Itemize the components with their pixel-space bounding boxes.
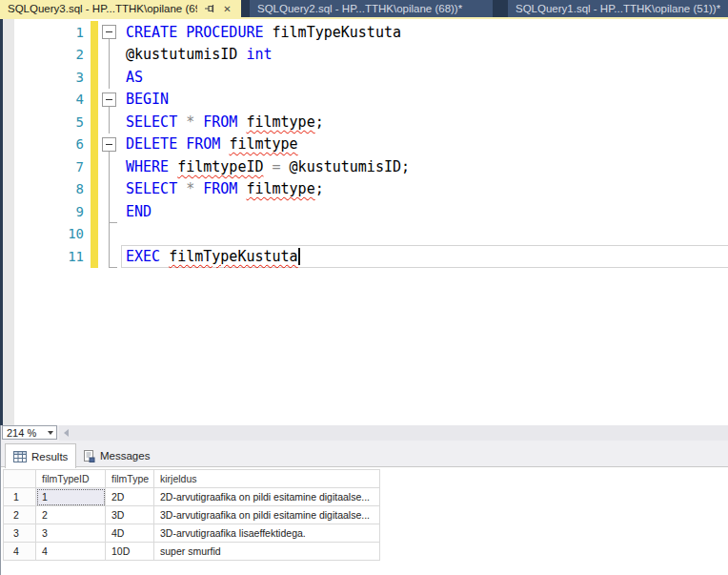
line-number: 10 (0, 226, 84, 241)
code-text: @kustutumisID int (124, 46, 273, 63)
outlining-margin (98, 89, 124, 112)
horizontal-scrollbar[interactable] (59, 425, 728, 441)
document-tab-label: SQLQuery3.sql - HP...TTHK\opilane (69))* (8, 3, 197, 14)
grid-row-header[interactable]: 4 (4, 543, 36, 561)
grid-corner-cell[interactable] (4, 470, 36, 488)
line-number: 6 (0, 136, 84, 152)
code-lines: 1CREATE PROCEDURE filmTypeKustuta2@kustu… (0, 21, 728, 268)
code-line[interactable]: 2@kustutumisID int (0, 44, 728, 67)
tab-results[interactable]: Results (5, 443, 76, 468)
grid-row-header[interactable]: 1 (4, 488, 36, 506)
grid-column-header[interactable]: kirjeldus (154, 470, 380, 488)
code-line[interactable]: 6DELETE FROM filmtype (0, 133, 728, 156)
table-row: 223D3D-arvutigraafika on pildi esitamine… (4, 506, 380, 524)
code-text: AS (124, 69, 143, 86)
zoom-level-dropdown[interactable]: 214 % (2, 425, 57, 440)
change-tracking-bar (91, 111, 98, 133)
code-text: SELECT * FROM filmtype; (124, 180, 324, 197)
code-text: WHERE filmtypeID = @kustutumisID; (124, 158, 410, 175)
grid-cell[interactable]: 3 (36, 524, 106, 543)
scroll-left-arrow-icon[interactable] (64, 429, 69, 437)
code-line[interactable]: 3AS (0, 66, 728, 89)
code-line[interactable]: 1CREATE PROCEDURE filmTypeKustuta (0, 21, 728, 44)
change-tracking-bar (91, 21, 98, 44)
results-grid: filmTypeIDfilmTypekirjeldus112D2D-arvuti… (3, 469, 380, 561)
grid-cell[interactable]: 10D (106, 543, 154, 561)
results-grid-panel: filmTypeIDfilmTypekirjeldus112D2D-arvuti… (0, 468, 728, 575)
line-number: 4 (0, 92, 84, 107)
grid-column-header[interactable]: filmTypeID (36, 470, 106, 488)
tab-results-label: Results (31, 451, 68, 462)
change-tracking-bar (91, 89, 98, 112)
grid-cell[interactable]: super smurfid (154, 543, 380, 561)
messages-icon (83, 450, 95, 462)
code-text: END (124, 203, 152, 220)
code-text: EXEC filmTypeKustuta (124, 248, 300, 266)
outlining-margin (98, 245, 124, 268)
document-tab[interactable]: SQLQuery2.sql - HP...TTHK\opilane (68))* (250, 0, 493, 17)
grid-cell[interactable]: 2D (106, 488, 154, 506)
pin-icon[interactable] (203, 3, 215, 15)
text-caret (298, 248, 300, 265)
document-tabbar: SQLQuery3.sql - HP...TTHK\opilane (69))*… (0, 0, 728, 17)
grid-cell[interactable]: 2 (36, 506, 106, 524)
grid-cell[interactable]: 1 (36, 488, 106, 506)
change-tracking-bar (91, 66, 98, 89)
chevron-down-icon[interactable] (44, 426, 56, 439)
grid-cell[interactable]: 4D (106, 524, 154, 543)
grid-row-header[interactable]: 2 (4, 506, 36, 524)
code-line[interactable]: 4BEGIN (0, 89, 728, 112)
change-tracking-bar (91, 200, 98, 223)
change-tracking-bar (91, 155, 98, 178)
sql-code-editor[interactable]: 1CREATE PROCEDURE filmTypeKustuta2@kustu… (0, 19, 728, 425)
line-number: 5 (0, 114, 84, 130)
outlining-margin (98, 111, 124, 133)
line-number: 2 (0, 47, 84, 62)
grid-cell[interactable]: 3D-arvutigraafika lisaeffektidega. (154, 524, 380, 543)
grid-cell[interactable]: 2D-arvutigraafika on pildi esitamine dig… (154, 488, 380, 506)
change-tracking-bar (91, 133, 98, 156)
code-line[interactable]: 7WHERE filmtypeID = @kustutumisID; (0, 155, 728, 178)
outlining-margin (98, 200, 124, 223)
fold-collapse-button[interactable] (102, 92, 116, 107)
panel-left-edge (0, 425, 1, 575)
grid-row-header[interactable]: 3 (4, 524, 36, 543)
results-grid-icon (13, 451, 27, 462)
outlining-margin (98, 223, 124, 246)
outlining-margin (98, 21, 124, 44)
zoom-level-value: 214 % (3, 427, 44, 439)
outlining-margin (98, 178, 124, 201)
tab-messages[interactable]: Messages (75, 444, 157, 467)
outlining-margin (98, 44, 124, 67)
code-text: CREATE PROCEDURE filmTypeKustuta (124, 24, 401, 41)
change-tracking-bar (91, 44, 98, 67)
grid-cell[interactable]: 4 (36, 543, 106, 561)
grid-cell[interactable]: 3D (106, 506, 154, 524)
code-line[interactable]: 10 (0, 223, 728, 246)
table-row: 334D3D-arvutigraafika lisaeffektidega. (4, 524, 380, 543)
document-tab[interactable]: SQLQuery1.sql - HP...TTHK\opilane (51))* (508, 0, 728, 17)
fold-collapse-button[interactable] (102, 25, 116, 39)
line-number: 1 (0, 25, 84, 40)
code-line[interactable]: 5SELECT * FROM filmtype; (0, 111, 728, 133)
code-text: DELETE FROM filmtype (124, 135, 298, 153)
outlining-margin (98, 155, 124, 178)
change-tracking-bar (91, 223, 98, 246)
grid-column-header[interactable]: filmType (106, 470, 154, 488)
code-line[interactable]: 9END (0, 200, 728, 223)
line-number: 8 (0, 181, 84, 196)
code-text: SELECT * FROM filmtype; (124, 113, 324, 131)
grid-cell[interactable]: 3D-arvutigraafika on pildi esitamine dig… (154, 506, 380, 524)
code-line[interactable]: 8SELECT * FROM filmtype; (0, 178, 728, 201)
code-text: BEGIN (124, 91, 169, 108)
line-number: 11 (0, 249, 84, 264)
table-row: 4410Dsuper smurfid (4, 543, 380, 561)
document-tab-label: SQLQuery1.sql - HP...TTHK\opilane (51))* (516, 3, 720, 14)
line-number: 3 (0, 70, 84, 85)
close-icon[interactable]: ✕ (221, 3, 233, 15)
document-tab[interactable]: SQLQuery3.sql - HP...TTHK\opilane (69))*… (0, 0, 241, 17)
document-tab-label: SQLQuery2.sql - HP...TTHK\opilane (68))* (257, 3, 485, 14)
table-row: 112D2D-arvutigraafika on pildi esitamine… (4, 488, 380, 506)
fold-collapse-button[interactable] (102, 137, 116, 152)
change-tracking-bar (91, 178, 98, 201)
